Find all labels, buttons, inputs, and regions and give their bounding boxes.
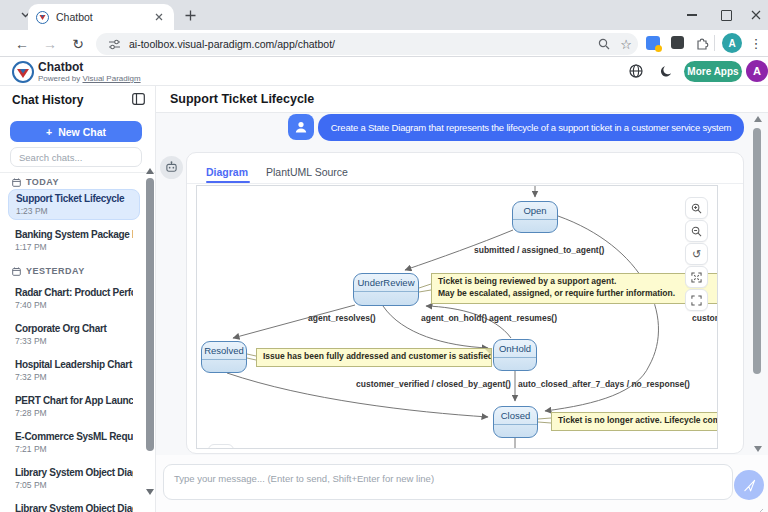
chat-item-ecommerce[interactable]: E-Commerce SysML Require... 7:21 PM [8,428,140,459]
app-name: Chatbot [38,60,83,74]
browser-profile-avatar[interactable]: A [722,33,742,53]
bookmark-star-icon[interactable]: ☆ [614,37,638,52]
user-message-bubble: Create a State Diagram that represents t… [318,114,744,141]
chat-item-library-2[interactable]: Library System Object Diagr [8,500,140,512]
language-globe-icon[interactable] [628,63,644,79]
resize-grip[interactable] [756,502,764,512]
calendar-icon [12,267,21,276]
diagram-viewport[interactable]: Open UnderReview Resolved OnHold Closed … [196,185,718,449]
state-closed: Closed [493,406,538,438]
window-maximize-button[interactable] [714,6,738,24]
collapse-panel-icon[interactable] [130,92,146,106]
back-icon[interactable]: ← [12,34,32,54]
sidebar-title: Chat History [12,93,83,107]
zoom-out-button[interactable] [685,220,708,242]
window-close-button[interactable] [744,6,768,24]
partial-control-button[interactable] [208,444,234,449]
visual-paradigm-link[interactable]: Visual Paradigm [82,74,140,83]
transition-label-auto-closed: auto_closed_after_7_days / no_response() [518,379,690,389]
tab-diagram[interactable]: Diagram [206,166,248,178]
app-logo [12,61,34,83]
zoom-in-icon [691,203,702,214]
state-under-review: UnderReview [353,273,419,306]
section-header-yesterday: YESTERDAY [12,266,85,276]
fullscreen-button[interactable] [685,289,708,311]
extension-docs-icon[interactable] [646,36,660,50]
new-chat-button[interactable]: + New Chat [10,121,142,142]
chat-scrollbar-thumb[interactable] [753,128,761,374]
zoom-in-button[interactable] [685,197,708,219]
favicon [36,11,49,24]
conversation-title: Support Ticket Lifecycle [170,92,314,106]
user-avatar[interactable]: A [746,60,768,82]
transition-label-customer-verified: customer_verified / closed_by_agent() [356,379,511,389]
sidebar-scroll-down-arrow[interactable] [146,489,154,495]
powered-by: Powered by Visual Paradigm [38,74,141,83]
person-icon [294,120,308,134]
paper-plane-icon [743,479,756,492]
reset-view-button[interactable]: ↺ [685,243,708,265]
state-open: Open [512,201,558,233]
state-on-hold: OnHold [493,339,537,371]
tab-title: Chatbot [56,11,152,23]
chat-item-support-ticket[interactable]: Support Ticket Lifecycle 1:23 PM [8,189,140,220]
browser-window: Chatbot ← → ↻ ai-toolbox.visual-paradigm… [0,0,768,512]
robot-icon [165,161,178,174]
sidebar-list-divider [0,172,155,173]
transition-label-customer-clipped: custom [692,313,718,323]
extensions-puzzle-icon[interactable] [693,34,711,52]
browser-menu-icon[interactable]: ⋮ [748,34,764,52]
window-minimize-button[interactable] [680,6,704,24]
sidebar-scrollbar-thumb[interactable] [146,178,154,451]
transition-label-agent-on-hold: agent_on_hold() [421,313,487,323]
search-input[interactable] [10,147,142,167]
browser-tab[interactable]: Chatbot [28,4,174,30]
chat-scroll-down-arrow[interactable] [754,446,762,452]
zoom-out-icon [691,226,702,237]
section-header-today: TODAY [12,177,59,187]
state-resolved: Resolved [201,341,247,373]
site-settings-icon[interactable] [108,38,121,51]
active-tab-underline [206,181,250,183]
transition-label-agent-resolves: agent_resolves() [308,313,376,323]
chat-item-library-1[interactable]: Library System Object Diagr... 7:05 PM [8,464,140,495]
sidebar-scroll-up-arrow[interactable] [146,168,154,174]
toolbar-divider [714,35,715,51]
extension-dark-icon[interactable] [671,36,684,49]
conversation-titlebar: Support Ticket Lifecycle [156,86,768,113]
note-resolved: Issue has been fully addressed and custo… [256,348,492,367]
note-corner [485,349,491,355]
tab-plantuml-source[interactable]: PlantUML Source [266,166,348,178]
expand-button[interactable] [685,266,708,288]
note-under-review: Ticket is being reviewed by a support ag… [431,273,718,304]
chat-item-radar[interactable]: Radar Chart: Product Perfor... 7:40 PM [8,284,140,315]
dark-mode-moon-icon[interactable] [658,63,674,79]
chat-scroll-up-arrow[interactable] [754,116,762,122]
message-input[interactable] [163,464,733,500]
transition-label-submitted: submitted / assigned_to_agent() [474,245,604,255]
expand-arrows-icon [691,272,702,283]
note-closed: Ticket is no longer active. Lifecycle co… [551,412,718,431]
transition-label-agent-resumes: agent_resumes() [489,313,557,323]
reload-icon[interactable]: ↻ [68,34,88,54]
fullscreen-corners-icon [691,295,702,306]
omnibox[interactable]: ai-toolbox.visual-paradigm.com/app/chatb… [96,33,638,55]
more-apps-button[interactable]: More Apps [684,61,742,82]
zoom-page-icon[interactable] [594,38,614,50]
send-button[interactable] [734,470,764,500]
tab-close-icon[interactable] [152,10,166,24]
chat-item-pert[interactable]: PERT Chart for App Launch 7:28 PM [8,392,140,423]
new-tab-icon[interactable] [182,7,198,23]
chat-item-org-chart[interactable]: Corporate Org Chart 7:33 PM [8,320,140,351]
calendar-icon [12,178,21,187]
user-message-avatar [288,114,314,140]
plus-icon: + [46,126,52,138]
reset-icon: ↺ [692,248,701,261]
url-text: ai-toolbox.visual-paradigm.com/app/chatb… [129,38,594,50]
forward-icon[interactable]: → [40,34,60,54]
chat-item-banking[interactable]: Banking System Package Dia... 1:17 PM [8,226,140,257]
bot-avatar [160,156,183,179]
chat-item-hospital[interactable]: Hospital Leadership Chart 7:32 PM [8,356,140,387]
